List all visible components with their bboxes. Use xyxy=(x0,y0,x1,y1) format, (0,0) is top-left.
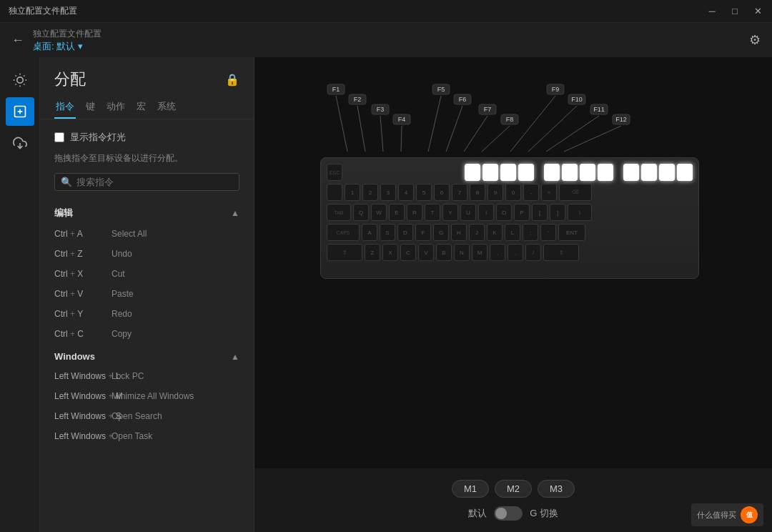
key-f3[interactable] xyxy=(500,164,516,181)
key-7[interactable]: 7 xyxy=(452,184,467,201)
key-b[interactable]: B xyxy=(436,244,452,261)
key-equals[interactable]: = xyxy=(541,184,557,201)
key-rbracket[interactable]: ] xyxy=(550,204,565,221)
key-p[interactable]: P xyxy=(514,204,530,221)
command-item[interactable]: Ctrl + VPaste xyxy=(40,284,254,304)
key-backspace[interactable]: ⌫ xyxy=(559,184,592,201)
mode-button-m2[interactable]: M2 xyxy=(495,480,532,498)
key-f11[interactable] xyxy=(659,164,675,181)
key-u[interactable]: U xyxy=(460,204,476,221)
key-m[interactable]: M xyxy=(472,244,488,261)
key-e[interactable]: E xyxy=(389,204,405,221)
tab-键[interactable]: 键 xyxy=(84,96,96,119)
key-f10[interactable] xyxy=(641,164,657,181)
key-esc: ESC xyxy=(327,164,342,181)
key-f6[interactable] xyxy=(562,164,578,181)
command-item[interactable]: Ctrl + ASelect All xyxy=(40,224,254,244)
section-header-Windows[interactable]: Windows▲ xyxy=(40,344,254,366)
key-f1[interactable] xyxy=(465,164,480,181)
key-k[interactable]: K xyxy=(487,224,503,241)
key-4[interactable]: 4 xyxy=(398,184,414,201)
cmd-desc: Open Search xyxy=(112,411,239,421)
key-d[interactable]: D xyxy=(397,224,413,241)
key-3[interactable]: 3 xyxy=(380,184,396,201)
back-button[interactable]: ← xyxy=(11,33,24,48)
key-6[interactable]: 6 xyxy=(434,184,450,201)
key-rshift[interactable]: ⇧ xyxy=(543,244,579,261)
tab-指令[interactable]: 指令 xyxy=(54,96,76,119)
key-minus[interactable]: - xyxy=(523,184,539,201)
key-comma[interactable]: , xyxy=(490,244,505,261)
key-f12[interactable] xyxy=(677,164,693,181)
key-v[interactable]: V xyxy=(418,244,434,261)
command-item[interactable]: Left Windows + SOpen Search xyxy=(40,406,254,426)
maximize-button[interactable]: □ xyxy=(729,6,741,17)
sidebar-item-assign[interactable] xyxy=(6,97,34,126)
minimize-button[interactable]: ─ xyxy=(706,6,718,17)
tab-系统[interactable]: 系统 xyxy=(156,96,177,119)
mode-button-m3[interactable]: M3 xyxy=(538,480,575,498)
key-h[interactable]: H xyxy=(451,224,467,241)
command-item[interactable]: Left Windows + LLock PC xyxy=(40,366,254,386)
close-button[interactable]: ✕ xyxy=(752,6,763,17)
key-lbracket[interactable]: [ xyxy=(532,204,548,221)
key-j[interactable]: J xyxy=(469,224,485,241)
key-quote[interactable]: ' xyxy=(540,224,556,241)
key-f[interactable]: F xyxy=(415,224,431,241)
key-s[interactable]: S xyxy=(380,224,395,241)
key-f8[interactable] xyxy=(598,164,613,181)
key-t[interactable]: T xyxy=(425,204,440,221)
key-9[interactable]: 9 xyxy=(488,184,503,201)
key-2[interactable]: 2 xyxy=(362,184,378,201)
key-f9[interactable] xyxy=(623,164,639,181)
toggle-switch[interactable] xyxy=(494,506,523,521)
sidebar-item-download[interactable] xyxy=(6,129,34,157)
key-g[interactable]: G xyxy=(433,224,449,241)
section-header-编辑[interactable]: 编辑▲ xyxy=(40,200,254,224)
cmd-shortcut: Ctrl + Z xyxy=(54,249,112,259)
key-o[interactable]: O xyxy=(496,204,512,221)
key-r[interactable]: R xyxy=(407,204,422,221)
key-enter[interactable]: ENT xyxy=(558,224,585,241)
key-y[interactable]: Y xyxy=(442,204,458,221)
settings-button[interactable]: ⚙ xyxy=(749,32,761,48)
sidebar-item-brightness[interactable] xyxy=(6,66,34,94)
command-item[interactable]: Ctrl + ZUndo xyxy=(40,244,254,264)
command-item[interactable]: Ctrl + XCut xyxy=(40,264,254,284)
key-z[interactable]: Z xyxy=(365,244,380,261)
key-q[interactable]: Q xyxy=(353,204,369,221)
key-i[interactable]: I xyxy=(478,204,494,221)
key-period[interactable]: . xyxy=(508,244,523,261)
command-item[interactable]: Ctrl + YRedo xyxy=(40,304,254,324)
key-tab[interactable]: TAB xyxy=(327,204,351,221)
command-item[interactable]: Ctrl + CCopy xyxy=(40,324,254,344)
key-f4[interactable] xyxy=(518,164,534,181)
key-caps[interactable]: CAPS xyxy=(327,224,360,241)
show-light-checkbox[interactable] xyxy=(54,132,64,142)
profile-selector[interactable]: 桌面: 默认 ▾ xyxy=(33,40,102,53)
key-a[interactable]: A xyxy=(362,224,377,241)
key-tilde[interactable] xyxy=(327,184,342,201)
key-n[interactable]: N xyxy=(454,244,470,261)
key-backslash[interactable]: \ xyxy=(568,204,592,221)
key-8[interactable]: 8 xyxy=(470,184,485,201)
search-input[interactable] xyxy=(76,177,233,187)
command-item[interactable]: Left Windows +Open Task xyxy=(40,426,254,446)
key-w[interactable]: W xyxy=(371,204,387,221)
key-f2[interactable] xyxy=(482,164,498,181)
mode-button-m1[interactable]: M1 xyxy=(452,480,489,498)
key-c[interactable]: C xyxy=(400,244,416,261)
key-lshift[interactable]: ⇧ xyxy=(327,244,362,261)
key-1[interactable]: 1 xyxy=(345,184,360,201)
key-f7[interactable] xyxy=(580,164,595,181)
key-f5[interactable] xyxy=(544,164,560,181)
command-item[interactable]: Left Windows + MMinimize All Windows xyxy=(40,386,254,406)
key-l[interactable]: L xyxy=(505,224,520,241)
tab-宏[interactable]: 宏 xyxy=(135,96,147,119)
key-semicolon[interactable]: ; xyxy=(523,224,538,241)
key-x[interactable]: X xyxy=(382,244,398,261)
key-5[interactable]: 5 xyxy=(416,184,432,201)
key-0[interactable]: 0 xyxy=(505,184,521,201)
tab-动作[interactable]: 动作 xyxy=(105,96,127,119)
key-slash[interactable]: / xyxy=(525,244,541,261)
